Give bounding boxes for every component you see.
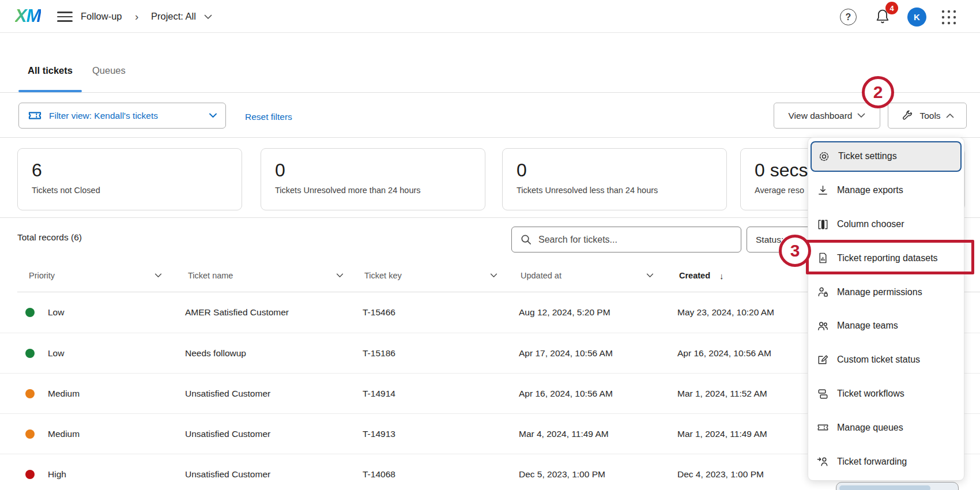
priority-cell: Low: [48, 348, 64, 359]
menu-item-ticket-settings[interactable]: Ticket settings: [811, 141, 962, 172]
ticket-name-cell: Unsatisfied Customer: [185, 469, 270, 480]
avatar[interactable]: K: [907, 7, 926, 27]
total-records-label: Total records (6): [17, 232, 82, 243]
stat-label: Tickets Unresolved less than 24 hours: [517, 186, 713, 195]
priority-dot-low: [25, 308, 35, 317]
tabbar-divider: [0, 92, 980, 93]
tools-button[interactable]: Tools: [888, 103, 967, 129]
created-cell: Mar 1, 2024, 11:49 AM: [677, 429, 767, 439]
hamburger-menu-icon[interactable]: [57, 12, 73, 22]
ticket-icon: [27, 108, 43, 123]
gear-icon: [817, 150, 831, 163]
breadcrumb-project[interactable]: Follow-up: [81, 0, 122, 33]
stat-value: 6: [32, 159, 228, 182]
updated-at-cell: Aug 12, 2024, 5:20 PM: [519, 307, 610, 318]
updated-at-cell: Apr 17, 2024, 10:56 AM: [519, 348, 613, 359]
ticket-key-cell: T-14913: [363, 429, 395, 439]
tab-queues[interactable]: Queues: [92, 65, 126, 76]
view-dashboard-button[interactable]: View dashboard: [774, 103, 880, 129]
ticket-name-cell: Unsatisfied Customer: [185, 389, 270, 399]
sort-chevron-icon[interactable]: [336, 273, 344, 278]
menu-item-column-chooser[interactable]: Column chooser: [808, 208, 964, 242]
menu-item-manage-queues[interactable]: Manage queues: [808, 410, 964, 444]
priority-dot-medium: [25, 389, 35, 398]
tab-all-tickets[interactable]: All tickets: [28, 65, 73, 76]
chevron-down-icon: [857, 113, 865, 118]
wrench-icon: [900, 109, 914, 123]
priority-cell: Medium: [48, 389, 80, 399]
reset-filters-link[interactable]: Reset filters: [245, 112, 292, 122]
annotation-step-3: 3: [779, 235, 811, 267]
created-cell: May 23, 2024, 10:20 AM: [677, 307, 774, 318]
stat-label: Tickets Unresolved more than 24 hours: [275, 186, 471, 195]
priority-cell: Low: [48, 307, 64, 318]
updated-at-cell: Mar 4, 2024, 11:49 AM: [519, 429, 609, 439]
priority-dot-medium: [25, 429, 35, 439]
notification-badge: 4: [885, 2, 898, 14]
ticket-search: [511, 227, 741, 252]
menu-item-manage-teams[interactable]: Manage teams: [808, 309, 964, 343]
top-bar: XM Follow-up › Project: All ? 4 K: [0, 0, 980, 33]
created-cell: Apr 16, 2024, 10:56 AM: [677, 348, 771, 359]
search-icon: [519, 233, 533, 246]
sort-chevron-icon[interactable]: [646, 273, 654, 278]
menu-item-ticket-reporting-datasets[interactable]: Ticket reporting datasets: [808, 241, 964, 275]
sort-descending-icon[interactable]: ↓: [719, 271, 724, 281]
priority-dot-low: [25, 349, 35, 358]
updated-at-cell: Dec 5, 2023, 1:00 PM: [519, 469, 605, 480]
created-cell: Dec 4, 2023, 1:00 PM: [677, 469, 764, 480]
column-header-created[interactable]: Created: [679, 271, 710, 280]
menu-item-ticket-forwarding[interactable]: Ticket forwarding: [808, 444, 964, 478]
priority-cell: Medium: [48, 429, 80, 439]
active-tab-underline: [18, 90, 82, 92]
ticket-name-cell: Unsatisfied Customer: [185, 429, 270, 439]
stat-value: 0: [517, 159, 713, 182]
person-lock-icon: [816, 285, 830, 299]
ticket-key-cell: T-15186: [363, 348, 395, 359]
report-document-icon: [816, 251, 830, 265]
scrollbar-thumb[interactable]: [839, 485, 930, 490]
menu-item-custom-ticket-status[interactable]: Custom ticket status: [808, 343, 964, 377]
annotation-step-2: 2: [862, 76, 894, 108]
help-icon[interactable]: ?: [840, 9, 857, 25]
updated-at-cell: Apr 16, 2024, 10:56 AM: [519, 389, 613, 399]
menu-item-manage-exports[interactable]: Manage exports: [808, 174, 964, 208]
tools-dropdown-menu: Ticket settings Manage exports Column ch…: [808, 137, 964, 481]
sort-chevron-icon[interactable]: [154, 273, 162, 278]
person-arrow-icon: [816, 455, 830, 468]
column-header-updated-at[interactable]: Updated at: [521, 271, 561, 280]
ticket-key-cell: T-15466: [363, 307, 395, 318]
app-grid-icon[interactable]: [940, 9, 958, 25]
horizontal-scrollbar[interactable]: [836, 482, 959, 490]
column-header-priority[interactable]: Priority: [29, 271, 55, 280]
priority-dot-high: [25, 470, 35, 479]
chevron-down-icon: [204, 14, 212, 20]
stat-value: 0: [275, 159, 471, 182]
stat-label: Tickets not Closed: [32, 186, 228, 195]
menu-item-manage-permissions[interactable]: Manage permissions: [808, 275, 964, 309]
ticket-key-cell: T-14068: [363, 469, 395, 480]
download-icon: [816, 184, 830, 197]
ticket-name-cell: Needs followup: [185, 348, 246, 359]
columns-icon: [816, 218, 830, 231]
stat-card-unresolved-less-24h: 0 Tickets Unresolved less than 24 hours: [502, 148, 727, 210]
breadcrumb-scope[interactable]: Project: All: [151, 0, 196, 33]
column-header-ticket-name[interactable]: Ticket name: [188, 271, 233, 280]
breadcrumb-separator-icon: ›: [135, 0, 138, 33]
ticket-name-cell: AMER Satisfied Customer: [185, 307, 289, 318]
stacked-cards-icon: [816, 387, 830, 401]
edit-icon: [816, 353, 830, 367]
stat-card-unresolved-more-24h: 0 Tickets Unresolved more than 24 hours: [261, 148, 485, 210]
sort-chevron-icon[interactable]: [490, 273, 497, 278]
menu-item-ticket-workflows[interactable]: Ticket workflows: [808, 377, 964, 411]
chevron-up-icon: [946, 113, 954, 118]
created-cell: Mar 1, 2024, 11:52 AM: [677, 389, 767, 399]
search-input[interactable]: [538, 235, 733, 245]
xm-logo[interactable]: XM: [15, 6, 41, 27]
filter-view-dropdown[interactable]: Filter view: Kendall's tickets: [18, 103, 226, 129]
column-header-ticket-key[interactable]: Ticket key: [364, 271, 402, 280]
chevron-down-icon: [209, 113, 217, 118]
ticketing-page: XM Follow-up › Project: All ? 4 K All ti…: [0, 0, 980, 490]
ticket-icon: [816, 421, 830, 434]
ticket-key-cell: T-14914: [363, 389, 395, 399]
